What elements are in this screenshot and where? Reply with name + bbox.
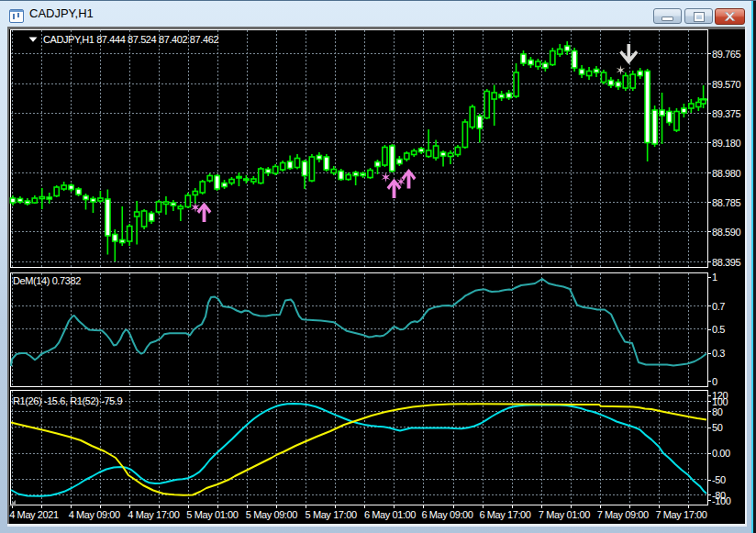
svg-text:80: 80	[712, 406, 723, 417]
svg-text:89.570: 89.570	[712, 79, 741, 90]
svg-text:6 May 17:00: 6 May 17:00	[479, 509, 530, 520]
svg-text:88.590: 88.590	[712, 227, 741, 238]
svg-text:7 May 17:00: 7 May 17:00	[655, 509, 706, 520]
svg-text:DeM(14) 0.7382: DeM(14) 0.7382	[13, 275, 81, 286]
svg-text:0.5: 0.5	[712, 324, 725, 335]
svg-text:5 May 09:00: 5 May 09:00	[246, 509, 297, 520]
svg-text:0.7: 0.7	[712, 301, 725, 312]
svg-text:89.180: 89.180	[712, 138, 741, 149]
svg-text:7 May 09:00: 7 May 09:00	[597, 509, 649, 520]
svg-text:5 May 01:00: 5 May 01:00	[186, 509, 238, 520]
svg-text:CADJPY,H1 87.444 87.524 87.40: CADJPY,H1 87.444 87.524 87.402 87.462	[43, 34, 218, 45]
svg-text:6 May 09:00: 6 May 09:00	[421, 509, 472, 520]
svg-text:89.375: 89.375	[712, 108, 741, 119]
svg-text:6 May 01:00: 6 May 01:00	[364, 509, 416, 520]
svg-text:89.765: 89.765	[712, 49, 741, 60]
svg-text:-50: -50	[712, 474, 726, 485]
svg-text:R1(26) -15.6, R1(52) -75.9: R1(26) -15.6, R1(52) -75.9	[13, 395, 122, 406]
svg-text:4 May 09:00: 4 May 09:00	[69, 509, 120, 520]
svg-text:88.980: 88.980	[712, 168, 741, 179]
svg-text:0: 0	[712, 376, 717, 387]
svg-text:50: 50	[712, 422, 723, 433]
svg-text:5 May 17:00: 5 May 17:00	[306, 509, 357, 520]
svg-text:-100: -100	[712, 495, 731, 506]
svg-text:88.395: 88.395	[712, 257, 741, 268]
svg-text:0.00: 0.00	[712, 448, 730, 459]
svg-text:88.785: 88.785	[712, 197, 741, 208]
svg-text:7 May 01:00: 7 May 01:00	[539, 509, 590, 520]
svg-text:0.3: 0.3	[712, 348, 725, 359]
svg-text:4 May 2021: 4 May 2021	[9, 509, 59, 520]
svg-text:1: 1	[712, 272, 717, 283]
svg-text:4 May 17:00: 4 May 17:00	[128, 509, 179, 520]
